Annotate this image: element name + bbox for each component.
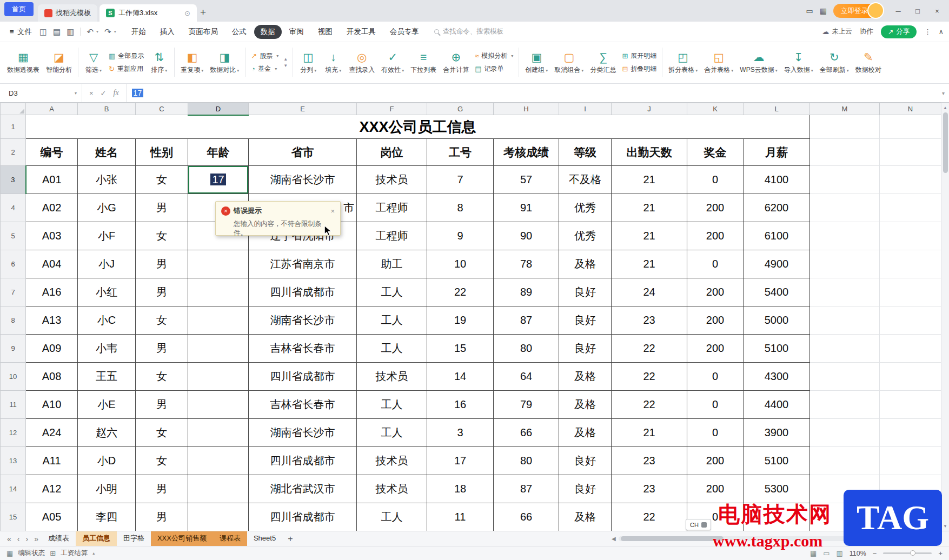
cell-A15[interactable]: A05 bbox=[26, 503, 78, 531]
ribbon-duplicates-button[interactable]: ◧重复项▾ bbox=[178, 44, 206, 81]
cell-L11[interactable]: 4400 bbox=[744, 391, 810, 419]
cell-N14[interactable] bbox=[880, 475, 941, 503]
cell-I10[interactable]: 及格 bbox=[559, 363, 612, 391]
tab-options-icon[interactable]: ⊙ bbox=[184, 9, 190, 17]
cell-C7[interactable]: 男 bbox=[136, 278, 188, 306]
cloud-status-label[interactable]: 未上云 bbox=[832, 27, 852, 36]
ribbon-subtotal-button[interactable]: ∑分类汇总 bbox=[587, 44, 619, 81]
cell-C3[interactable]: 女 bbox=[136, 166, 188, 194]
menu-item-2[interactable]: 插入 bbox=[154, 25, 181, 39]
cell-B14[interactable]: 小明 bbox=[78, 475, 136, 503]
ribbon-split-table-button[interactable]: ◰拆分表格▾ bbox=[666, 44, 700, 81]
ribbon-smart-analysis-button[interactable]: ◪智能分析 bbox=[43, 44, 75, 81]
cell-K11[interactable]: 0 bbox=[687, 391, 744, 419]
column-header-A[interactable]: A bbox=[26, 103, 78, 115]
save-icon[interactable]: ◫ bbox=[39, 27, 47, 37]
sheet-tab-5[interactable]: 课程表 bbox=[213, 531, 247, 546]
column-header-H[interactable]: H bbox=[494, 103, 559, 115]
cell-H12[interactable]: 66 bbox=[494, 419, 559, 447]
cell-H6[interactable]: 78 bbox=[494, 250, 559, 278]
maximize-button[interactable]: □ bbox=[908, 0, 927, 22]
menu-item-7[interactable]: 视图 bbox=[311, 25, 339, 39]
cell-N9[interactable] bbox=[880, 335, 941, 363]
scroll-left-icon[interactable]: ◀ bbox=[612, 536, 616, 542]
menu-item-1[interactable]: 开始 bbox=[125, 25, 152, 39]
cell-D8[interactable] bbox=[188, 306, 249, 335]
sheet-tab-2[interactable]: 员工信息 bbox=[76, 531, 117, 546]
cell-I3[interactable]: 不及格 bbox=[559, 166, 612, 194]
cell-M3[interactable] bbox=[810, 166, 880, 194]
cell-G10[interactable]: 14 bbox=[427, 363, 494, 391]
ribbon-what-if-button[interactable]: ≈模拟分析▾ bbox=[475, 51, 513, 61]
cell-D6[interactable] bbox=[188, 250, 249, 278]
cell-M15[interactable] bbox=[810, 503, 880, 531]
cell-B9[interactable]: 小韦 bbox=[78, 335, 136, 363]
cell-G7[interactable]: 22 bbox=[427, 278, 494, 306]
cell-M1[interactable] bbox=[810, 115, 880, 139]
cell-G2[interactable]: 工号 bbox=[427, 139, 494, 166]
file-menu[interactable]: ≡ 文件 bbox=[5, 27, 36, 37]
cell-I8[interactable]: 良好 bbox=[559, 306, 612, 335]
cell-name-box[interactable]: D3 ▾ bbox=[0, 84, 82, 102]
row-header-2[interactable]: 2 bbox=[1, 139, 26, 166]
menu-item-6[interactable]: 审阅 bbox=[283, 25, 310, 39]
cell-F7[interactable]: 工人 bbox=[357, 278, 427, 306]
cell-J13[interactable]: 23 bbox=[612, 447, 687, 475]
cell-I5[interactable]: 优秀 bbox=[559, 222, 612, 250]
cell-A3[interactable]: A01 bbox=[26, 166, 78, 194]
row-header-15[interactable]: 15 bbox=[1, 503, 26, 531]
cell-L14[interactable]: 5300 bbox=[744, 475, 810, 503]
row-header-9[interactable]: 9 bbox=[1, 335, 26, 363]
cell-K6[interactable]: 0 bbox=[687, 250, 744, 278]
redo-caret-icon[interactable]: ▾ bbox=[114, 29, 116, 34]
column-header-F[interactable]: F bbox=[357, 103, 427, 115]
column-header-G[interactable]: G bbox=[427, 103, 494, 115]
cell-N15[interactable] bbox=[880, 503, 941, 531]
cell-G8[interactable]: 19 bbox=[427, 306, 494, 335]
undo-caret-icon[interactable]: ▾ bbox=[96, 29, 98, 34]
cell-N8[interactable] bbox=[880, 306, 941, 335]
ribbon-funnel-button[interactable]: ▽筛选▾ bbox=[82, 44, 105, 81]
menu-item-5[interactable]: 数据 bbox=[254, 25, 282, 39]
cell-I13[interactable]: 良好 bbox=[559, 447, 612, 475]
cell-G13[interactable]: 17 bbox=[427, 447, 494, 475]
row-header-4[interactable]: 4 bbox=[1, 194, 26, 222]
calc-mode-caret-icon[interactable]: ▴ bbox=[92, 551, 95, 556]
formula-input[interactable]: 17 bbox=[127, 89, 938, 97]
ribbon-ungroup-button[interactable]: ▢取消组合▾ bbox=[552, 44, 586, 81]
undo-icon[interactable]: ↶ bbox=[87, 27, 94, 37]
cell-D13[interactable] bbox=[188, 447, 249, 475]
ribbon-stock-button[interactable]: ↗股票▾ bbox=[251, 51, 278, 61]
cell-D12[interactable] bbox=[188, 419, 249, 447]
cell-L5[interactable]: 6100 bbox=[744, 222, 810, 250]
scroll-up-icon[interactable]: ▲ bbox=[943, 103, 947, 112]
cell-A2[interactable]: 编号 bbox=[26, 139, 78, 166]
cell-E6[interactable]: 江苏省南京市 bbox=[249, 250, 357, 278]
cell-M5[interactable] bbox=[810, 222, 880, 250]
cell-F9[interactable]: 工人 bbox=[357, 335, 427, 363]
cell-B10[interactable]: 王五 bbox=[78, 363, 136, 391]
cell-G12[interactable]: 3 bbox=[427, 419, 494, 447]
cell-N10[interactable] bbox=[880, 363, 941, 391]
cell-A10[interactable]: A08 bbox=[26, 363, 78, 391]
row-header-7[interactable]: 7 bbox=[1, 278, 26, 306]
cell-A8[interactable]: A13 bbox=[26, 306, 78, 335]
cell-J5[interactable]: 21 bbox=[612, 222, 687, 250]
ribbon-cloud-data-button[interactable]: ☁WPS云数据▾ bbox=[737, 44, 780, 81]
ribbon-collapse-detail-button[interactable]: ⊟折叠明细 bbox=[622, 64, 656, 74]
cell-B15[interactable]: 李四 bbox=[78, 503, 136, 531]
cell-H7[interactable]: 89 bbox=[494, 278, 559, 306]
scroll-right-icon[interactable]: ▶ bbox=[932, 536, 936, 542]
cell-A13[interactable]: A11 bbox=[26, 447, 78, 475]
row-header-5[interactable]: 5 bbox=[1, 222, 26, 250]
ribbon-expand-detail-button[interactable]: ⊞展开明细 bbox=[622, 51, 656, 61]
cell-H14[interactable]: 87 bbox=[494, 475, 559, 503]
gallery-spinner[interactable]: ▲▼ bbox=[282, 44, 289, 81]
column-header-M[interactable]: M bbox=[810, 103, 880, 115]
ribbon-merge-table-button[interactable]: ◱合并表格▾ bbox=[701, 44, 736, 81]
row-header-1[interactable]: 1 bbox=[1, 115, 26, 139]
column-header-N[interactable]: N bbox=[880, 103, 941, 115]
collapse-ribbon-icon[interactable]: ∧ bbox=[939, 28, 944, 36]
cell-F12[interactable]: 工人 bbox=[357, 419, 427, 447]
menu-item-3[interactable]: 页面布局 bbox=[182, 25, 224, 39]
